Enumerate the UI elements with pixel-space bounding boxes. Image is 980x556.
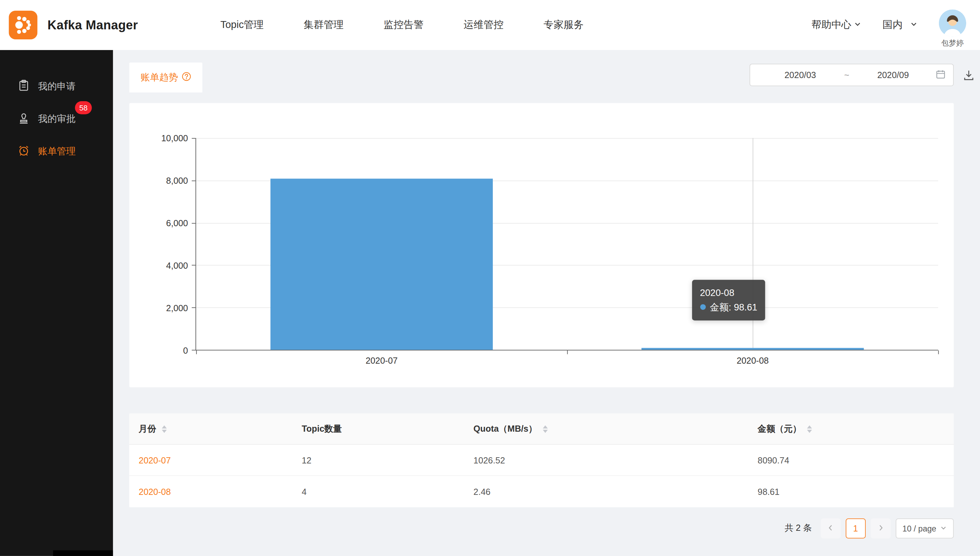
tooltip-title: 2020-08 [700,286,757,300]
sidebar-item-my-approvals[interactable]: 我的审批 58 [0,105,113,133]
column-header-month[interactable]: 月份 [129,423,292,435]
next-page-button[interactable] [870,518,891,538]
sidebar-item-my-applications[interactable]: 我的申请 [0,73,113,100]
sidebar: 我的申请 我的审批 58 账单管理 [0,50,113,556]
download-icon [962,68,975,83]
main-nav: Topic管理 集群管理 监控告警 运维管控 专家服务 [220,18,584,31]
x-axis-label: 2020-07 [366,356,398,365]
stamp-icon [18,112,30,126]
tooltip-value: 金额: 98.61 [710,300,757,315]
main-content: 账单趋势 2020/03 ~ 2020/09 [113,50,980,556]
bar-2020-07[interactable] [270,179,493,350]
region-select[interactable]: 国内 [883,18,917,31]
y-axis-labels: 10,000 8,000 6,000 4,000 2,000 0 [129,138,188,351]
nav-topic-management[interactable]: Topic管理 [220,18,263,31]
pagination: 共 2 条 1 10 / page [785,518,954,538]
app-logo-icon[interactable] [9,11,37,39]
month-link[interactable]: 2020-07 [139,455,171,465]
tab-bill-trend[interactable]: 账单趋势 [129,63,202,92]
alarm-icon [18,144,30,158]
chevron-left-icon [826,523,835,534]
sidebar-bottom-bar [53,551,113,556]
table-header-row: 月份 Topic数量 Quota（MB/s） 金额（元） [129,414,954,444]
chart-card: 10,000 8,000 6,000 4,000 2,000 0 [129,103,954,387]
nav-monitor-alert[interactable]: 监控告警 [384,18,424,31]
download-button[interactable] [961,68,976,83]
approval-count-badge: 58 [75,101,92,114]
column-header-amount[interactable]: 金额（元） [748,423,954,435]
chart-tooltip: 2020-08 金额: 98.61 [692,280,765,320]
column-header-topic-count: Topic数量 [292,423,464,435]
column-header-quota[interactable]: Quota（MB/s） [464,423,748,435]
header-right: 帮助中心 国内 [812,2,967,49]
date-range-picker[interactable]: 2020/03 ~ 2020/09 [750,63,954,86]
bar-chart-plot[interactable]: 2020-08 金额: 98.61 2020-07 2020-08 [195,138,938,351]
table-row: 2020-07 12 1026.52 8090.74 [129,445,954,476]
calendar-icon [936,69,946,81]
series-dot-icon [700,305,706,310]
bill-table: 月份 Topic数量 Quota（MB/s） 金额（元） 2020-07 12 [129,414,954,507]
sort-icon [161,425,166,433]
date-end-value[interactable]: 2020/09 [851,70,936,80]
avatar [939,9,967,37]
amount-cell: 98.61 [748,486,954,496]
topic-count-cell: 12 [292,455,464,465]
nav-ops-control[interactable]: 运维管控 [464,18,504,31]
quota-cell: 2.46 [464,486,748,496]
x-axis-label: 2020-08 [736,356,769,365]
nav-cluster-management[interactable]: 集群管理 [304,18,344,31]
total-count-label: 共 2 条 [785,523,812,534]
quota-cell: 1026.52 [464,455,748,465]
user-name: 包梦婷 [941,38,964,48]
month-link[interactable]: 2020-08 [139,486,171,496]
app-root: Kafka Manager Topic管理 集群管理 监控告警 运维管控 专家服… [0,0,980,556]
bar-2020-08[interactable] [641,348,864,350]
sort-icon [543,425,548,433]
chevron-down-icon [854,19,862,31]
topic-count-cell: 4 [292,486,464,496]
sort-icon [807,425,812,433]
nav-expert-service[interactable]: 专家服务 [544,18,584,31]
sidebar-item-bill-management[interactable]: 账单管理 [0,137,113,165]
sidebar-item-label: 我的申请 [38,80,76,92]
amount-cell: 8090.74 [748,455,954,465]
page-size-select[interactable]: 10 / page [895,518,954,538]
sidebar-item-label: 我的审批 [38,113,76,124]
prev-page-button[interactable] [820,518,841,538]
date-range-separator: ~ [843,70,851,80]
app-header: Kafka Manager Topic管理 集群管理 监控告警 运维管控 专家服… [0,0,980,50]
date-start-value[interactable]: 2020/03 [757,70,843,80]
chevron-right-icon [876,523,885,534]
sidebar-item-label: 账单管理 [38,145,76,157]
page-number-button[interactable]: 1 [846,518,866,538]
chevron-down-icon [910,19,917,31]
clipboard-icon [18,79,30,94]
table-row: 2020-08 4 2.46 98.61 [129,476,954,507]
user-profile[interactable]: 包梦婷 [939,9,967,48]
help-center-link[interactable]: 帮助中心 [812,18,862,31]
help-circle-icon[interactable] [182,72,191,83]
brand-title: Kafka Manager [47,18,138,32]
chevron-down-icon [940,524,947,533]
